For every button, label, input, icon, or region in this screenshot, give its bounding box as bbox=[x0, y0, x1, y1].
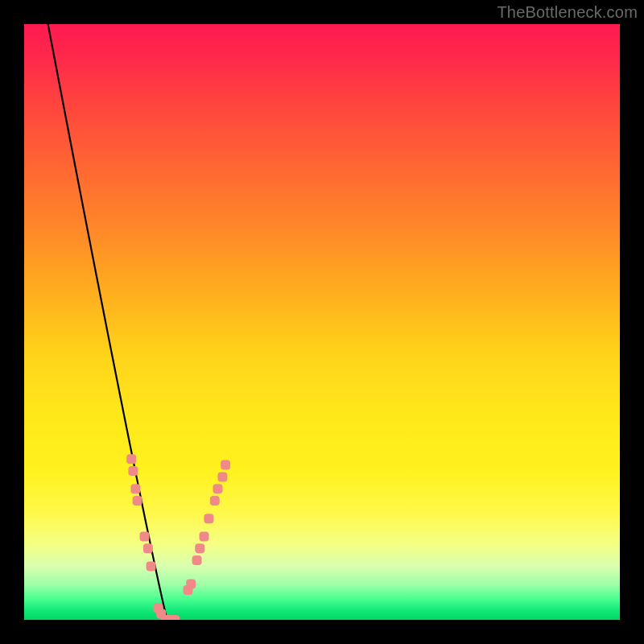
data-marker bbox=[192, 555, 202, 565]
chart-svg bbox=[24, 24, 620, 620]
data-marker bbox=[217, 472, 227, 481]
gradient-background bbox=[24, 24, 620, 620]
data-marker bbox=[126, 454, 136, 464]
data-marker bbox=[195, 543, 204, 553]
data-marker bbox=[130, 484, 140, 493]
chart-frame: TheBottleneck.com bbox=[0, 0, 644, 644]
data-marker bbox=[221, 460, 230, 470]
data-marker bbox=[204, 514, 213, 523]
data-marker bbox=[200, 531, 209, 541]
data-marker bbox=[143, 543, 153, 553]
data-marker bbox=[210, 496, 220, 506]
data-marker bbox=[128, 466, 138, 476]
data-marker bbox=[133, 496, 142, 506]
data-marker bbox=[147, 561, 156, 571]
plot-area bbox=[24, 24, 620, 620]
watermark-text: TheBottleneck.com bbox=[497, 3, 638, 22]
data-marker bbox=[186, 580, 196, 589]
data-marker bbox=[213, 484, 223, 493]
data-marker bbox=[170, 615, 180, 620]
data-marker bbox=[140, 531, 150, 541]
